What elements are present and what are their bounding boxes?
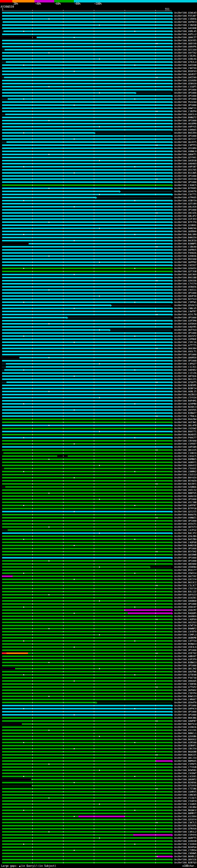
hit-row[interactable]: UniRef100_C7Z1B6 — [0, 787, 197, 790]
hit-label[interactable]: UniRef100_C7YXV8 — [174, 766, 196, 769]
hit-row[interactable]: UniRef100_C4JU91 — [0, 775, 197, 778]
hit-label[interactable]: UniRef100_C4PQ27 — [174, 363, 196, 366]
hit-label[interactable]: UniRef100_A7WTJ9 — [174, 624, 196, 627]
hit-row[interactable]: UniRef100_C6ZGW2 — [0, 427, 197, 430]
hit-row[interactable]: UniRef100_B5YWZ9 — [0, 479, 197, 483]
hit-row[interactable]: UniRef100_Q1FJD3 — [0, 218, 197, 221]
hit-label[interactable]: UniRef100_Q6FWX2 — [174, 689, 196, 692]
hit-label[interactable]: UniRef100_Q8J225 — [174, 448, 196, 452]
hit-label[interactable]: UniRef100_UP1000... — [174, 91, 196, 95]
hit-label[interactable]: UniRef100_Q6EB9A — [174, 230, 196, 233]
hit-label[interactable]: UniRef100_C4JFG2 — [174, 529, 196, 532]
hit-row[interactable]: UniRef100_C1I1Z6 — [0, 372, 197, 375]
hit-label[interactable]: UniRef100_A4D9E2 — [174, 369, 196, 372]
hit-label[interactable]: UniRef100_C4R1L2 — [174, 831, 196, 834]
hit-row[interactable]: UniRef100_A6RFT5 — [0, 837, 197, 840]
hit-row[interactable]: UniRef100_UP1000... — [0, 520, 197, 523]
hit-row[interactable]: UniRef100_A8BVH7 — [0, 655, 197, 658]
hit-row[interactable]: UniRef100_C5L3C7 — [0, 584, 197, 587]
hit-row[interactable]: UniRef100_UP1000... — [0, 556, 197, 559]
hit-label[interactable]: UniRef100_B2ADC3 — [174, 405, 196, 409]
hit-row[interactable]: UniRef100_Q4P9C9 — [0, 707, 197, 710]
hit-row[interactable]: UniRef100_B6SJZ1 — [0, 378, 197, 381]
hit-row[interactable]: UniRef100_B9W123 — [0, 695, 197, 698]
hit-row[interactable]: UniRef100_A2QN66 — [0, 486, 197, 489]
hit-row[interactable]: UniRef100_Q5VUC3 — [0, 304, 197, 307]
hit-row[interactable]: UniRef100_UP1000... — [0, 332, 197, 335]
hit-row[interactable]: UniRef100_A9RL45 — [0, 30, 197, 33]
hit-row[interactable]: UniRef100_Q96UQ5 — [0, 680, 197, 683]
hit-label[interactable]: UniRef100_Q5DEB4 — [174, 566, 196, 569]
hit-label[interactable]: UniRef100_UP1000... — [174, 602, 196, 606]
hit-label[interactable]: UniRef100_Q4UTW6 — [174, 670, 196, 673]
hit-row[interactable]: UniRef100_A9NWL9 — [0, 150, 197, 153]
hit-row[interactable]: UniRef100_C9H7X9 — [0, 67, 197, 70]
hit-label[interactable]: UniRef100_A9RL45 — [174, 30, 196, 33]
hit-row[interactable]: UniRef100_Q5B9F1 — [0, 744, 197, 747]
hit-row[interactable]: UniRef100_C4WTR7 — [0, 310, 197, 313]
hit-row[interactable]: UniRef100_C1C3S1 — [0, 366, 197, 369]
hit-row[interactable]: UniRef100_Q4WFB7 — [0, 720, 197, 723]
hit-row[interactable]: UniRef100_A5BY59 — [0, 199, 197, 202]
hit-label[interactable]: UniRef100_A9TNY3 — [174, 21, 196, 24]
hit-label[interactable]: UniRef100_Q3F5M4 — [174, 319, 196, 322]
hit-label[interactable]: UniRef100_C1C3S1 — [174, 366, 196, 369]
hit-label[interactable]: UniRef100_C6HRV5 — [174, 790, 196, 794]
hit-row[interactable]: UniRef100_B2Y5G3 — [0, 298, 197, 301]
hit-row[interactable]: UniRef100_Q4PFN7 — [0, 504, 197, 507]
hit-row[interactable]: UniRef100_UP1000... — [0, 359, 197, 363]
hit-label[interactable]: UniRef100_UP1000... — [174, 104, 196, 107]
hit-label[interactable]: UniRef100_B8NCL1 — [174, 732, 196, 735]
hit-label[interactable]: UniRef100_B2CNY1 — [174, 483, 196, 486]
hit-row[interactable]: UniRef100_A4Z2A8 — [0, 64, 197, 67]
hit-row[interactable]: UniRef100_B2B5M5 — [0, 384, 197, 387]
hit-label[interactable]: UniRef100_C3GHC5 — [174, 184, 196, 187]
hit-label[interactable]: UniRef100_B4QQ85 — [174, 612, 196, 615]
hit-row[interactable]: UniRef100_P49G77 — [0, 436, 197, 439]
hit-label[interactable]: UniRef100_Q5S705 — [174, 168, 196, 172]
hit-row[interactable]: UniRef100_Q5S9R9 — [0, 147, 197, 150]
hit-row[interactable]: UniRef100_C0Z2G7 — [0, 264, 197, 267]
hit-row[interactable]: UniRef100_Q4SDS8 — [0, 159, 197, 162]
hit-row[interactable]: UniRef100_Q58Q56 — [0, 285, 197, 288]
hit-row[interactable]: UniRef100_Q6FWX2 — [0, 689, 197, 692]
hit-row[interactable]: UniRef100_B8NCL1 — [0, 732, 197, 735]
hit-row[interactable]: UniRef100_Q7S9Y0 — [0, 784, 197, 787]
hit-label[interactable]: UniRef100_UP1000... — [174, 713, 196, 716]
hit-row[interactable]: UniRef100_B3NNP5 — [0, 242, 197, 245]
hit-row[interactable]: UniRef100_Q41369 — [0, 273, 197, 276]
hit-label[interactable]: UniRef100_Q8L4F2 — [174, 215, 196, 218]
hit-row[interactable]: UniRef100_Q26A5G — [0, 267, 197, 270]
hit-label[interactable]: UniRef100_C5G513 — [174, 473, 196, 476]
hit-label[interactable]: UniRef100_B9S188 — [174, 276, 196, 279]
hit-row[interactable]: UniRef100_Q3F5M4 — [0, 319, 197, 322]
hit-row[interactable]: UniRef100_Q4ZZ49 — [0, 76, 197, 79]
hit-row[interactable]: UniRef100_Q6VSF2 — [0, 335, 197, 338]
hit-label[interactable]: UniRef100_B933A0 — [174, 258, 196, 261]
hit-row[interactable]: UniRef100_C8V4A0 — [0, 439, 197, 442]
hit-label[interactable]: UniRef100_C5JQC5 — [174, 797, 196, 800]
hit-row[interactable]: UniRef100_C5G8Y4 — [0, 800, 197, 803]
hit-label[interactable]: UniRef100_C4JU91 — [174, 775, 196, 778]
hit-label[interactable]: UniRef100_A6RFT5 — [174, 837, 196, 840]
hit-row[interactable]: UniRef100_B8MRY7 — [0, 812, 197, 815]
hit-row[interactable]: UniRef100_Q56JB9 — [0, 535, 197, 538]
hit-label[interactable]: UniRef100_C4TTI4 — [174, 640, 196, 643]
hit-row[interactable]: UniRef100_Q86KT1 — [0, 153, 197, 156]
hit-label[interactable]: UniRef100_C6ZGW2 — [174, 427, 196, 430]
hit-label[interactable]: UniRef100_Q5VUC3 — [174, 304, 196, 307]
hit-row[interactable]: UniRef100_Q9X4Y2 — [0, 464, 197, 467]
hit-row[interactable]: UniRef100_Q01DW8 — [0, 553, 197, 556]
hit-row[interactable]: UniRef100_Q29PB0 — [0, 402, 197, 405]
hit-label[interactable]: UniRef100_B4KG59 — [174, 236, 196, 239]
hit-row[interactable]: UniRef100_Q55GT1 — [0, 523, 197, 526]
hit-label[interactable]: UniRef100_UP1000... — [174, 520, 196, 523]
hit-label[interactable]: UniRef100_B2AE66 — [174, 781, 196, 784]
hit-row[interactable]: UniRef100_C4JFG2 — [0, 529, 197, 532]
hit-row[interactable]: UniRef100_Q5DCM7 — [0, 609, 197, 612]
hit-row[interactable]: UniRef100_A6S263 — [0, 621, 197, 624]
hit-label[interactable]: UniRef100_A2QN66 — [174, 486, 196, 489]
hit-row[interactable]: UniRef100_A5W314 — [0, 572, 197, 575]
hit-label[interactable]: UniRef100_B9BQ72 — [174, 116, 196, 119]
hit-row[interactable]: UniRef100_Q9LXG9 — [0, 206, 197, 209]
